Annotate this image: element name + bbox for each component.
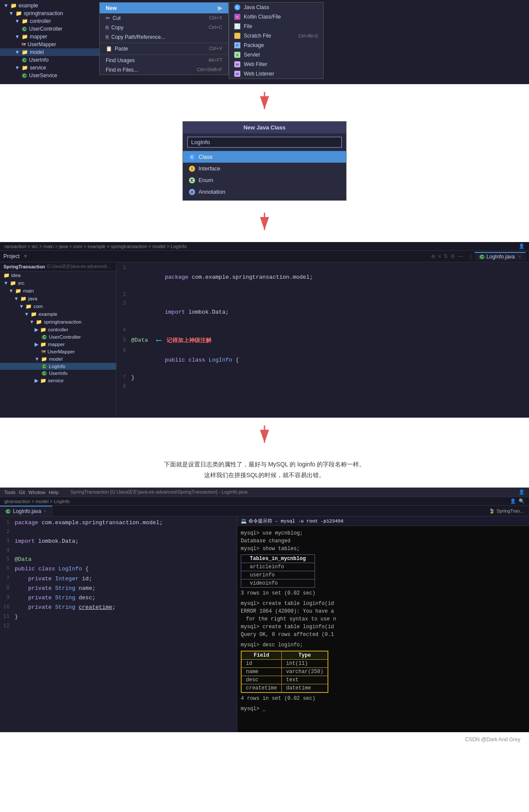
- tree-item-userservice[interactable]: C UserService: [0, 72, 101, 79]
- tree-item-controller[interactable]: ▼ 📁 controller: [0, 17, 101, 25]
- line-num-6: 6: [117, 347, 129, 374]
- path-label: G:\Java语言\java-ee-advanced\Spring: [47, 264, 113, 270]
- tree-item-userinfo[interactable]: C UserInfo: [0, 56, 101, 64]
- menu-item-paste[interactable]: 📋 Paste Ctrl+V: [100, 44, 228, 54]
- pt-src[interactable]: ▼ 📁 src: [0, 279, 116, 287]
- section3-content: SpringTransaction G:\Java语言\java-ee-adva…: [0, 262, 529, 418]
- item-label: UserController: [49, 334, 81, 340]
- pt-mapper-folder[interactable]: ▶ 📁 mapper: [0, 340, 116, 348]
- submenu-item-package[interactable]: P Package: [229, 41, 323, 50]
- folder-icon: 📁: [40, 327, 46, 333]
- tree-item-mapper[interactable]: ▼ 📁 mapper: [0, 33, 101, 41]
- pt-service-folder[interactable]: ▶ 📁 service: [0, 377, 116, 384]
- sort-icon[interactable]: ⇅: [444, 253, 448, 259]
- title-text: SpringTransaction [G:\Java语言\java-ee-adv…: [71, 489, 248, 495]
- submenu-item-java-class[interactable]: C Java Class: [229, 3, 323, 12]
- s4-code-4: [13, 546, 237, 555]
- tab-close-icon2[interactable]: ×: [44, 508, 47, 514]
- expand-icon: ▼: [15, 65, 20, 71]
- pt-main[interactable]: ▼ 📁 main: [0, 287, 116, 295]
- submenu-item-servlet[interactable]: S Servlet: [229, 50, 323, 60]
- section4-content: 1 package com.example.springtransaction.…: [0, 516, 529, 732]
- dialog-option-class[interactable]: C Class: [183, 151, 346, 163]
- tools-menu[interactable]: Tools: [4, 490, 16, 495]
- pt-springtransaction[interactable]: ▼ 📁 springtransaction: [0, 318, 116, 326]
- tree-item-usercontroller[interactable]: C UserController: [0, 25, 101, 33]
- menu-item-copy[interactable]: ⎘ Copy Ctrl+C: [100, 23, 228, 32]
- dialog-option-interface[interactable]: I Interface: [183, 163, 346, 174]
- tab-loginfo[interactable]: C LogInfo.java ×: [475, 252, 526, 261]
- s4-lnum-5: 5: [0, 555, 13, 564]
- s4-line-10: 10 private String createtime;: [0, 603, 237, 612]
- menu-item-find-files[interactable]: Find in Files... Ctrl+Shift+F: [100, 65, 228, 75]
- submenu-item-scratch[interactable]: S Scratch File Ctrl+Alt+S: [229, 31, 323, 41]
- gear-icon[interactable]: ⚙: [450, 253, 455, 259]
- git-menu[interactable]: Git: [19, 490, 25, 495]
- tab-close-icon[interactable]: ×: [518, 254, 521, 260]
- collapse-icon[interactable]: ≡: [438, 253, 441, 259]
- pt-model-folder[interactable]: ▼ 📁 model: [0, 355, 116, 363]
- minimize-icon[interactable]: —: [458, 253, 463, 259]
- pt-userinfo[interactable]: C UserInfo: [0, 370, 116, 377]
- code-content-7: }: [129, 374, 529, 383]
- mysql-content[interactable]: mysql> use mycnblog; Database changed my…: [237, 526, 529, 732]
- mysql-title-text: 命令提示符 - mysql -u root -p123456: [249, 518, 343, 524]
- target-icon[interactable]: ⊕: [431, 253, 435, 259]
- tree-item-model[interactable]: ▼ 📁 model: [0, 48, 101, 56]
- menu-item-cut[interactable]: ✂ Cut Ctrl+X: [100, 13, 228, 23]
- pt-usercontroller[interactable]: C UserController: [0, 334, 116, 340]
- s4-code-2: [13, 528, 237, 536]
- pt-controller-folder[interactable]: ▶ 📁 controller: [0, 326, 116, 334]
- class-name-input[interactable]: [187, 137, 342, 148]
- arrow-2: [0, 205, 529, 242]
- folder-icon: 📁: [36, 319, 42, 325]
- dialog-option-annotation[interactable]: @ Annotation: [183, 186, 346, 200]
- submenu-item-weblistener[interactable]: W Web Listener: [229, 69, 323, 79]
- submenu-item-kotlin[interactable]: K Kotlin Class/File: [229, 12, 323, 22]
- code-content-3: import lombok.Data;: [129, 299, 529, 326]
- java-class-icon: C: [41, 335, 47, 340]
- submenu-item-webfilter[interactable]: W Web Filter: [229, 60, 323, 69]
- java-class-label: Java Class: [244, 4, 269, 10]
- pt-idea[interactable]: 📁 idea: [0, 271, 116, 279]
- menu-divider1: [100, 43, 228, 43]
- desc-field-createtime: createtime: [241, 684, 282, 693]
- pt-com[interactable]: ▼ 📁 com: [0, 302, 116, 310]
- folder-icon: 📁: [40, 341, 46, 347]
- callout-arrow-icon: ⟵: [157, 334, 161, 347]
- dialog-option-enum[interactable]: E Enum: [183, 174, 346, 186]
- pt-example[interactable]: ▼ 📁 example: [0, 310, 116, 318]
- springtran-button[interactable]: 🍃 SpringTran...: [484, 507, 529, 515]
- code-line-6: 6 public class LogInfo {: [117, 347, 529, 374]
- tree-item-service[interactable]: ▼ 📁 service: [0, 64, 101, 72]
- window-menu[interactable]: Window: [28, 490, 45, 495]
- code-content-1: package com.example.springtransaction.mo…: [129, 264, 529, 291]
- pt-java[interactable]: ▼ 📁 java: [0, 295, 116, 302]
- mapper-icon: 🗺: [22, 42, 26, 47]
- file-label: File: [244, 23, 252, 29]
- annotation-icon: @: [189, 189, 195, 195]
- folder-icon: 📁: [10, 280, 16, 286]
- tree-item-springtransaction[interactable]: ▼ 📁 springtransaction: [0, 9, 101, 17]
- menu-item-find-usages[interactable]: Find Usages Alt+F7: [100, 56, 228, 65]
- tree-label: service: [30, 65, 46, 71]
- tree-item-usermapper[interactable]: 🗺 UserMapper: [0, 41, 101, 48]
- code-line-7: 7 }: [117, 374, 529, 383]
- java-icon-tab: C: [479, 255, 485, 259]
- submenu: C Java Class K Kotlin Class/File 📄 File …: [229, 2, 324, 79]
- folder-icon: 📁: [16, 10, 22, 16]
- pt-loginfo[interactable]: C LogInfo: [0, 363, 116, 370]
- servlet-label: Servlet: [244, 52, 260, 58]
- menu-item-copy-path[interactable]: ⎘ Copy Path/Reference...: [100, 32, 228, 42]
- tree-item-example[interactable]: ▼ 📁 example: [0, 2, 101, 9]
- project-label: Project: [3, 253, 19, 259]
- section4-tab-loginfo[interactable]: C LogInfo.java ×: [0, 506, 52, 516]
- pt-usermapper[interactable]: 🗺 UserMapper: [0, 348, 116, 355]
- copy-path-icon: ⎘: [106, 34, 109, 40]
- class-icon: C: [189, 154, 195, 160]
- servlet-icon: S: [234, 52, 240, 58]
- submenu-item-file[interactable]: 📄 File: [229, 22, 323, 31]
- section4-editor[interactable]: 1 package com.example.springtransaction.…: [0, 516, 237, 732]
- line-num-8: 8: [117, 383, 129, 391]
- help-menu[interactable]: Help: [49, 490, 59, 495]
